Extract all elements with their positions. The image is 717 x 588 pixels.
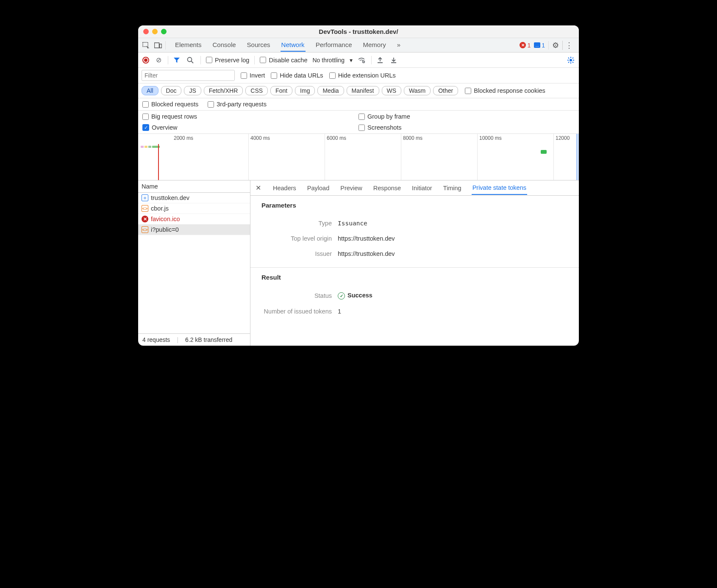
script-icon: <> <box>142 205 148 212</box>
type-pill-wasm[interactable]: Wasm <box>404 86 431 95</box>
request-row[interactable]: <> cbor.js <box>138 203 250 214</box>
svg-line-15 <box>572 58 573 58</box>
detail-tab-timing[interactable]: Timing <box>442 182 462 194</box>
hide-extension-urls-checkbox[interactable]: Hide extension URLs <box>329 72 396 79</box>
type-pill-js[interactable]: JS <box>184 86 201 95</box>
download-icon[interactable] <box>390 57 399 64</box>
titlebar: DevTools - trusttoken.dev/ <box>138 25 579 38</box>
transferred-size: 6.2 kB transferred <box>185 336 232 343</box>
timeline-cursor <box>158 144 159 180</box>
clear-icon[interactable]: ⊘ <box>154 56 163 64</box>
svg-point-3 <box>188 57 192 61</box>
tab-memory[interactable]: Memory <box>362 39 387 52</box>
detail-tab-headers[interactable]: Headers <box>272 182 297 194</box>
detail-tab-response[interactable]: Response <box>372 182 402 194</box>
detail-tab-payload[interactable]: Payload <box>306 182 330 194</box>
success-icon: ✓ <box>338 292 345 300</box>
device-toolbar-icon[interactable] <box>153 41 163 50</box>
detail-tab-initiator[interactable]: Initiator <box>411 182 433 194</box>
type-pill-img[interactable]: Img <box>295 86 315 95</box>
kv-issued-tokens: Number of issued tokens 1 <box>261 304 568 319</box>
preserve-log-checkbox[interactable]: Preserve log <box>206 57 249 64</box>
request-name: favicon.ico <box>151 216 180 222</box>
kv-type: Type Issuance <box>261 216 568 231</box>
timeline-bar <box>541 150 547 154</box>
tab-more[interactable]: » <box>396 39 401 52</box>
hide-data-urls-checkbox[interactable]: Hide data URLs <box>271 72 323 79</box>
blocked-row: Blocked requests 3rd-party requests <box>138 98 579 111</box>
search-icon[interactable] <box>187 57 195 64</box>
timeline-tick: 12000 <box>556 135 570 141</box>
filter-icon[interactable] <box>173 57 182 63</box>
column-header-name[interactable]: Name <box>138 180 250 193</box>
type-pill-manifest[interactable]: Manifest <box>347 86 379 95</box>
throttling-select[interactable]: No throttling ▾ <box>312 57 352 64</box>
tab-console[interactable]: Console <box>212 39 237 52</box>
group-by-frame-checkbox[interactable]: Group by frame <box>358 113 575 120</box>
svg-point-8 <box>570 59 572 61</box>
upload-icon[interactable] <box>377 57 385 64</box>
inspect-icon[interactable] <box>142 41 151 50</box>
kv-issuer: Issuer https://trusttoken.dev <box>261 246 568 261</box>
kv-top-level-origin: Top level origin https://trusttoken.dev <box>261 231 568 246</box>
svg-rect-0 <box>143 42 148 47</box>
detail-tab-pst[interactable]: Private state tokens <box>472 181 527 195</box>
blocked-requests-checkbox[interactable]: Blocked requests <box>142 101 198 108</box>
thirdparty-requests-checkbox[interactable]: 3rd-party requests <box>208 101 267 108</box>
request-row[interactable]: ✕ favicon.ico <box>138 214 250 225</box>
type-pill-all[interactable]: All <box>142 86 158 95</box>
type-filter-row: All Doc JS Fetch/XHR CSS Font Img Media … <box>138 83 579 98</box>
type-pill-other[interactable]: Other <box>433 86 458 95</box>
request-row[interactable]: ≡ trusttoken.dev <box>138 193 250 203</box>
request-name: cbor.js <box>151 205 169 212</box>
network-toolbar: ⊘ Preserve log Disable cache No throttli… <box>138 53 579 68</box>
network-settings-icon[interactable] <box>567 56 575 64</box>
split-panel: Name ≡ trusttoken.dev <> cbor.js ✕ favic… <box>138 180 579 346</box>
detail-tabs: ✕ Headers Payload Preview Response Initi… <box>250 180 579 196</box>
record-button[interactable] <box>142 57 149 64</box>
settings-icon[interactable]: ⚙ <box>552 41 559 50</box>
timeline-handle[interactable] <box>576 134 579 180</box>
disable-cache-checkbox[interactable]: Disable cache <box>260 57 307 64</box>
type-pill-ws[interactable]: WS <box>382 86 402 95</box>
screenshots-checkbox[interactable]: Screenshots <box>358 124 575 131</box>
detail-tab-preview[interactable]: Preview <box>339 182 363 194</box>
separator <box>168 56 168 64</box>
request-name: i?public=0 <box>151 226 179 233</box>
message-icon: … <box>534 42 540 48</box>
type-pill-font[interactable]: Font <box>270 86 292 95</box>
big-request-rows-checkbox[interactable]: Big request rows <box>142 113 358 120</box>
type-pill-doc[interactable]: Doc <box>161 86 182 95</box>
blocked-response-cookies-checkbox[interactable]: Blocked response cookies <box>465 87 545 94</box>
tab-elements[interactable]: Elements <box>174 39 203 52</box>
request-row[interactable]: <> i?public=0 <box>138 225 250 235</box>
request-list-panel: Name ≡ trusttoken.dev <> cbor.js ✕ favic… <box>138 180 250 346</box>
detail-panel: ✕ Headers Payload Preview Response Initi… <box>250 180 579 346</box>
error-icon: ✕ <box>142 216 148 222</box>
close-detail-icon[interactable]: ✕ <box>256 184 261 192</box>
separator <box>200 56 201 64</box>
checkmark-icon: ✓ <box>142 124 149 131</box>
tab-network[interactable]: Network <box>281 39 306 52</box>
separator <box>165 41 166 50</box>
more-menu-icon[interactable]: ⋮ <box>562 41 575 50</box>
wifi-icon[interactable] <box>358 57 366 63</box>
filter-input[interactable] <box>142 70 235 81</box>
result-heading: Result <box>261 274 568 281</box>
type-pill-fetchxhr[interactable]: Fetch/XHR <box>204 86 243 95</box>
invert-checkbox[interactable]: Invert <box>241 72 265 79</box>
main-tabs-row: Elements Console Sources Network Perform… <box>138 38 579 53</box>
svg-line-16 <box>568 62 569 63</box>
tabbar-right: ✕1 …1 ⚙ ⋮ <box>520 41 575 50</box>
options-row: Big request rows ✓Overview Group by fram… <box>138 111 579 134</box>
type-pill-media[interactable]: Media <box>317 86 344 95</box>
tab-performance[interactable]: Performance <box>315 39 353 52</box>
type-pill-css[interactable]: CSS <box>245 86 268 95</box>
tab-sources[interactable]: Sources <box>246 39 271 52</box>
message-count[interactable]: …1 <box>534 42 545 49</box>
overview-checkbox[interactable]: ✓Overview <box>142 124 358 131</box>
error-count[interactable]: ✕1 <box>520 42 531 49</box>
svg-line-14 <box>572 62 573 63</box>
timeline-overview[interactable]: 2000 ms 4000 ms 6000 ms 8000 ms 10000 ms… <box>138 134 579 180</box>
result-section: Result Status ✓Success Number of issued … <box>250 268 579 325</box>
